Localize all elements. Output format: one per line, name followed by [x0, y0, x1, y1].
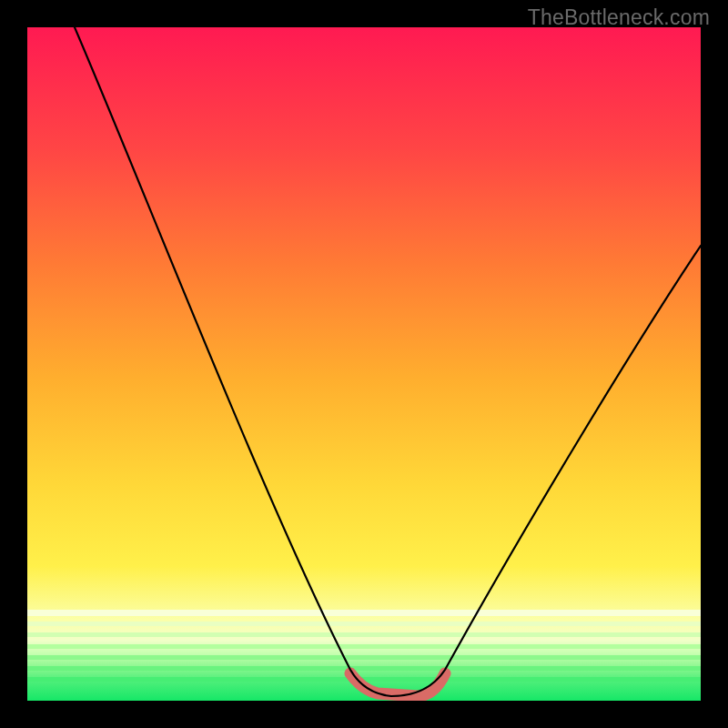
watermark-text: TheBottleneck.com [528, 5, 710, 30]
bottleneck-curve [27, 27, 701, 701]
curve-right [391, 246, 701, 696]
chart-frame: TheBottleneck.com [0, 0, 728, 728]
curve-left [75, 27, 391, 696]
plot-area [27, 27, 701, 701]
